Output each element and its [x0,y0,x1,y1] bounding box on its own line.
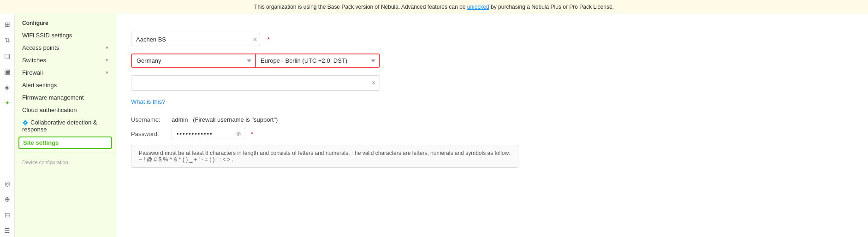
list-bottom-icon[interactable]: ☰ [1,224,14,237]
what-is-this-link[interactable]: What is this? [131,98,165,105]
site-name-clear-icon[interactable]: ✕ [253,36,257,43]
main-content: ✕ * Germany Austria Switzerland Europe -… [116,14,868,237]
banner-text-after: by purchasing a Nebula Plus or Pro Pack … [491,4,614,10]
sidebar-item-wifi-ssid[interactable]: WiFi SSID settings [15,29,116,41]
sidebar-item-label: WiFi SSID settings [22,32,72,39]
username-row: Username: admin (Firewall username is "s… [131,116,853,123]
password-hint-box: Password must be at least 8 characters i… [131,145,518,168]
sidebar-item-label: 💠Collaborative detection & response [22,119,108,133]
location-icon[interactable]: ◎ [1,177,14,190]
password-required-star: * [251,131,253,137]
sidebar-item-label: Cloud authentication [22,107,77,113]
password-label: Password: [131,130,168,137]
required-star: * [268,36,270,43]
username-note: (Firewall username is "support") [193,116,278,123]
sidebar-item-firmware-management[interactable]: Firmware management [15,91,116,104]
banner-unlock-link[interactable]: unlocked [467,4,489,10]
sidebar-item-switches[interactable]: Switches ▾ [15,54,116,66]
sidebar-item-cloud-authentication[interactable]: Cloud authentication [15,104,116,116]
country-timezone-row: Germany Austria Switzerland Europe - Ber… [131,53,853,68]
site-name-row: ✕ * [131,33,853,46]
sidebar-item-label: Alert settings [22,82,57,89]
sidebar-item-site-settings[interactable]: Site settings [18,136,112,149]
tag-input-area[interactable]: ✕ [131,75,380,91]
country-timezone-group: Germany Austria Switzerland Europe - Ber… [131,53,380,68]
share-icon[interactable]: ⇅ [1,34,14,47]
site-name-input[interactable] [131,33,260,46]
username-label: Username: [131,116,168,123]
sidebar-item-alert-settings[interactable]: Alert settings [15,79,116,91]
layers-icon[interactable]: ▤ [1,49,14,62]
icon-rail: ⊞ ⇅ ▤ ▣ ◈ ✦ ◎ ⊕ ⊟ ☰ [0,14,15,237]
country-select[interactable]: Germany Austria Switzerland [132,54,255,67]
sidebar-item-label: Site settings [23,139,59,146]
tag-input-clear-icon[interactable]: ✕ [371,80,376,86]
sidebar-item-label: Access points [22,44,59,51]
pro-badge-icon: 💠 [22,120,29,125]
password-input[interactable] [172,128,245,140]
sidebar-item-label: Switches [22,57,46,64]
network-icon[interactable]: ⊞ [1,18,14,31]
password-row: Password: 👁 * [131,128,853,140]
settings-icon[interactable]: ✦ [1,96,14,109]
sidebar-item-label: Firmware management [22,94,84,101]
chart-icon[interactable]: ◈ [1,81,14,94]
monitor-icon[interactable]: ▣ [1,65,14,78]
chevron-down-icon: ▾ [106,70,108,76]
notification-banner: This organization is using the Base Pack… [0,0,868,14]
sidebar-divider [15,153,116,153]
sidebar-item-label: Firewall [22,69,43,76]
site-name-field-wrapper: ✕ [131,33,260,46]
sidebar: Configure WiFi SSID settings Access poin… [15,14,116,237]
username-value: admin (Firewall username is "support") [172,116,278,123]
globe-icon[interactable]: ⊕ [1,193,14,206]
credentials-section: Username: admin (Firewall username is "s… [131,116,853,168]
chevron-down-icon: ▾ [106,57,108,63]
what-is-this-row: What is this? [131,98,853,105]
building-icon[interactable]: ⊟ [1,208,14,221]
tag-input-row: ✕ [131,75,853,91]
banner-text-before: This organization is using the Base Pack… [254,4,467,10]
device-config-title: Device configuration [15,157,116,166]
sidebar-item-firewall[interactable]: Firewall ▾ [15,66,116,79]
eye-icon[interactable]: 👁 [235,130,242,138]
timezone-select[interactable]: Europe - Berlin (UTC +2.0, DST) Europe -… [256,54,379,67]
chevron-down-icon: ▾ [106,45,108,51]
sidebar-item-access-points[interactable]: Access points ▾ [15,41,116,54]
password-field-wrapper: 👁 [172,128,245,140]
sidebar-item-collaborative-detection[interactable]: 💠Collaborative detection & response [15,116,116,136]
username-text: admin [172,116,188,123]
configure-title: Configure [15,14,116,29]
